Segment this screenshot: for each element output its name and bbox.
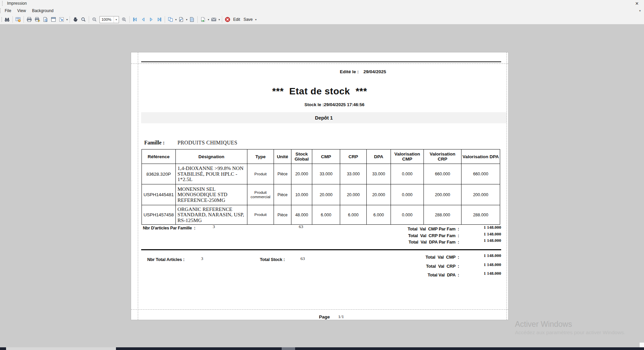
column-header: CRP	[340, 149, 367, 164]
last-page-icon[interactable]	[155, 15, 163, 24]
mail-icon[interactable]	[210, 15, 218, 24]
save-dropdown-icon[interactable]: ▼	[255, 18, 257, 21]
table-cell: 6.000	[312, 205, 340, 225]
header-rule	[141, 61, 501, 62]
scale-dropdown-icon[interactable]: ▼	[66, 18, 68, 21]
horizontal-scrollbar[interactable]	[0, 347, 644, 350]
next-page-icon[interactable]	[147, 15, 155, 24]
family-label: Famille :	[144, 140, 165, 145]
table-cell: 660.000	[461, 164, 500, 184]
menu-overflow-icon[interactable]: ▼	[639, 9, 641, 12]
multipage-dropdown-icon[interactable]: ▼	[175, 18, 177, 21]
table-cell: 20.000	[312, 184, 340, 205]
watermark-subtitle: Accédez aux paramètres pour activer Wind…	[515, 330, 625, 336]
print-preview-icon[interactable]	[41, 15, 49, 24]
scrollbar-thumb[interactable]	[6, 347, 116, 350]
edited-label: Edité le :	[340, 69, 359, 74]
export-file-dropdown-icon[interactable]: ▼	[207, 18, 210, 21]
family-count-value: 3	[213, 224, 215, 229]
table-cell: 660.000	[424, 164, 461, 184]
menu-background[interactable]: Background	[29, 7, 56, 14]
toolbar-separator	[70, 16, 70, 23]
total-articles-label: Nbr Total Articles :	[147, 257, 185, 262]
bottom-margin-guide	[131, 309, 508, 310]
stop-icon[interactable]	[224, 15, 232, 24]
column-header: Valorisation CRP	[424, 149, 461, 164]
table-cell: Pièce	[274, 164, 291, 184]
zoom-dropdown-icon[interactable]: ▼	[114, 16, 119, 23]
table-cell: 0.000	[391, 205, 424, 225]
table-cell: 33.000	[367, 164, 391, 184]
family-total-line: Total Val DPA Par Fam :1 148.000	[373, 239, 501, 246]
stock-date-line: Stock le :29/04/2025 17:46:56	[131, 102, 508, 107]
zoom-combobox[interactable]: 100% ▼	[99, 16, 119, 23]
table-cell: ORGANIC REFERENCE STANDARD, NARASIN, USP…	[176, 205, 247, 225]
toolbar-separator	[222, 16, 222, 23]
export-dropdown-icon[interactable]: ▼	[186, 18, 188, 21]
print-options-icon[interactable]	[14, 15, 22, 24]
table-cell: 200.000	[461, 184, 500, 205]
depot-band: Depôt 1	[141, 112, 507, 123]
save-button[interactable]: Save	[242, 17, 254, 22]
menu-file[interactable]: File	[2, 7, 14, 14]
edit-button[interactable]: Edit	[232, 17, 242, 22]
preview-workspace: Edité le : 29/04/2025 *** Etat de stock …	[0, 24, 644, 347]
hand-tool-icon[interactable]	[71, 15, 79, 24]
family-row: Famille : PRODUITS CHIMIQUES	[144, 140, 165, 146]
mail-dropdown-icon[interactable]: ▼	[218, 18, 220, 21]
titlebar-grip	[2, 1, 4, 6]
table-cell: 6.000	[340, 205, 367, 225]
table-cell: USPH1445481	[142, 184, 176, 205]
table-cell: 200.000	[424, 184, 461, 205]
table-cell: Pièce	[274, 205, 291, 225]
scale-icon[interactable]	[57, 15, 66, 24]
toolbar-separator	[89, 16, 89, 23]
table-cell: USPH1457458	[142, 205, 176, 225]
table-cell: 288.000	[461, 205, 500, 225]
totals-separator-rule	[141, 249, 501, 250]
table-cell: Produit commercial	[247, 184, 274, 205]
page-setup-icon[interactable]	[49, 15, 57, 24]
search-binoculars-icon[interactable]	[3, 15, 11, 24]
previous-page-icon[interactable]	[139, 15, 147, 24]
table-header-row: RéférenceDésignationTypeUnitéStock Globa…	[142, 149, 500, 164]
table-cell: MONENSIN SEL MONOSODIQUE STD REFERENCE-2…	[176, 184, 247, 205]
table-cell: 33.000	[312, 164, 340, 184]
report-page: Edité le : 29/04/2025 *** Etat de stock …	[131, 52, 509, 320]
watermark-icon[interactable]	[188, 15, 196, 24]
page-number: 1/1	[338, 314, 344, 319]
depot-label: Depôt 1	[315, 115, 333, 121]
print-icon[interactable]	[25, 15, 33, 24]
scrollbar-corner	[640, 343, 644, 347]
watermark-title: Activer Windows	[515, 320, 625, 329]
family-totals-block: Total Val CMP Par Fam :1 148.000 Total V…	[373, 226, 501, 246]
export-icon[interactable]	[177, 15, 185, 24]
column-header: CMP	[312, 149, 340, 164]
grand-totals-block: Total Val CMP :1 148.000 Total Val CRP :…	[373, 255, 501, 281]
zoom-value: 100%	[100, 17, 114, 21]
close-icon[interactable]: ✕	[630, 0, 644, 7]
menu-view[interactable]: View	[14, 7, 29, 14]
multipage-view-icon[interactable]	[166, 15, 174, 24]
toolbar: ▼ 100% ▼ ▼ ▼ ▼ ▼	[0, 15, 644, 24]
table-cell: 0.000	[391, 184, 424, 205]
table-cell: 288.000	[424, 205, 461, 225]
table-cell: 20.000	[340, 184, 367, 205]
table-cell: 0.000	[391, 164, 424, 184]
table-cell: Produit	[247, 205, 274, 225]
window-title: Impression	[7, 1, 27, 6]
toolbar-separator	[129, 16, 130, 23]
table-cell: 6.000	[367, 205, 391, 225]
quick-print-icon[interactable]	[33, 15, 41, 24]
top-margin-guide	[131, 63, 508, 64]
zoom-in-icon[interactable]	[120, 15, 128, 24]
edited-date: 29/04/2025	[363, 69, 386, 74]
table-cell: 20.000	[291, 164, 312, 184]
zoom-out-icon[interactable]	[90, 15, 98, 24]
magnifier-icon[interactable]	[79, 15, 87, 24]
table-cell: 33.000	[340, 164, 367, 184]
total-stock-value: 63	[300, 256, 305, 261]
first-page-icon[interactable]	[131, 15, 139, 24]
table-cell: Pièce	[274, 184, 291, 205]
export-file-icon[interactable]	[199, 15, 207, 24]
